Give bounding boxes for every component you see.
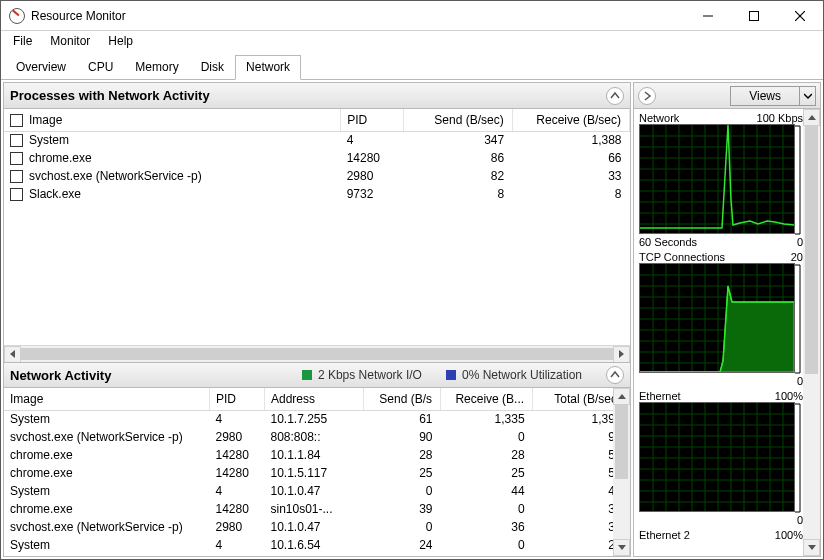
graph-tcp: TCP Connections 20 [634,248,820,387]
graph-canvas-network [639,124,795,234]
tab-network[interactable]: Network [235,55,301,80]
right-pane: Views Network 100 Kbps [633,82,821,557]
graph-max: 100% [775,529,803,541]
section-title: Processes with Network Activity [10,88,210,103]
menu-help[interactable]: Help [100,33,141,49]
network-activity-table-container[interactable]: Image PID Address Send (B/s Receive (B..… [4,388,630,556]
window-title: Resource Monitor [31,9,685,23]
table-row[interactable]: chrome.exe142808666 [4,149,630,167]
graph-ethernet: Ethernet 100% [634,387,820,526]
dropdown-icon[interactable] [799,87,815,105]
table-row[interactable]: svchost.exe (NetworkService -p)2980808:8… [4,428,630,446]
graph-title: TCP Connections [639,251,725,263]
legend-swatch-util [446,370,456,380]
table-row[interactable]: svchost.exe (NetworkService -p)298010.1.… [4,518,630,536]
col-address[interactable]: Address [264,388,363,410]
maximize-button[interactable] [731,1,777,30]
graph-xaxis: 60 Seconds [639,236,697,248]
v-scrollbar[interactable] [613,388,630,556]
menu-monitor[interactable]: Monitor [42,33,98,49]
checkbox[interactable] [10,170,23,183]
app-icon [9,8,25,24]
table-row[interactable]: System43471,388 [4,131,630,149]
v-scrollbar[interactable] [803,109,820,556]
section-header-processes[interactable]: Processes with Network Activity [4,83,630,109]
table-row[interactable]: Slack.exe973288 [4,185,630,203]
menu-file[interactable]: File [5,33,40,49]
collapse-side-icon[interactable] [638,87,656,105]
graph-network: Network 100 Kbps [634,109,820,248]
minimize-button[interactable] [685,1,731,30]
graph-canvas-tcp [639,263,795,373]
scroll-up-button[interactable] [613,388,630,405]
scroll-left-button[interactable] [4,346,21,363]
scroll-down-button[interactable] [613,539,630,556]
tab-strip: Overview CPU Memory Disk Network [1,51,823,80]
h-scrollbar[interactable] [4,345,630,362]
views-button[interactable]: Views [730,86,816,106]
close-button[interactable] [777,1,823,30]
checkbox[interactable] [10,152,23,165]
graph-title: Ethernet 2 [639,529,690,541]
tab-overview[interactable]: Overview [5,55,77,80]
graph-canvas-ethernet [639,402,795,512]
scroll-down-button[interactable] [803,539,820,556]
checkbox[interactable] [10,188,23,201]
legend-util: 0% Network Utilization [446,368,582,382]
graph-ethernet-2: Ethernet 2 100% [634,526,820,541]
col-recv[interactable]: Receive (B... [441,388,533,410]
checkbox[interactable] [10,134,23,147]
scroll-up-button[interactable] [803,109,820,126]
svg-marker-44 [640,286,794,372]
col-image[interactable]: Image [4,388,209,410]
section-header-network-activity[interactable]: Network Activity 2 Kbps Network I/O 0% N… [4,362,630,388]
network-activity-table: Image PID Address Send (B/s Receive (B..… [4,388,630,554]
processes-table-container[interactable]: Image PID Send (B/sec) Receive (B/sec) S… [4,109,630,345]
graph-max: 20 [791,251,803,263]
legend-swatch-io [302,370,312,380]
table-header-row: Image PID Address Send (B/s Receive (B..… [4,388,630,410]
table-row[interactable]: chrome.exe14280sin10s01-...39039 [4,500,630,518]
svg-rect-1 [750,11,759,20]
scroll-right-button[interactable] [613,346,630,363]
table-row[interactable]: chrome.exe1428010.1.5.117252550 [4,464,630,482]
title-bar[interactable]: Resource Monitor [1,1,823,31]
right-pane-header: Views [634,83,820,109]
graph-max: 100 Kbps [757,112,803,124]
collapse-icon[interactable] [606,87,624,105]
col-image[interactable]: Image [4,109,341,131]
graph-title: Ethernet [639,390,681,402]
graph-title: Network [639,112,679,124]
menu-bar: File Monitor Help [1,31,823,51]
graph-max: 100% [775,390,803,402]
resource-monitor-window: Resource Monitor File Monitor Help Overv… [0,0,824,560]
section-title: Network Activity [10,368,111,383]
table-row[interactable]: System410.1.0.4704444 [4,482,630,500]
col-pid[interactable]: PID [341,109,404,131]
table-row[interactable]: chrome.exe1428010.1.1.84282856 [4,446,630,464]
collapse-icon[interactable] [606,366,624,384]
tab-disk[interactable]: Disk [190,55,235,80]
col-send[interactable]: Send (B/sec) [404,109,513,131]
col-send[interactable]: Send (B/s [364,388,441,410]
legend-io: 2 Kbps Network I/O [302,368,422,382]
checkbox-all[interactable] [10,114,23,127]
col-recv[interactable]: Receive (B/sec) [512,109,629,131]
table-row[interactable]: System410.1.7.255611,3351,396 [4,410,630,428]
tab-memory[interactable]: Memory [124,55,189,80]
table-row[interactable]: svchost.exe (NetworkService -p)29808233 [4,167,630,185]
tab-cpu[interactable]: CPU [77,55,124,80]
table-header-row: Image PID Send (B/sec) Receive (B/sec) [4,109,630,131]
table-row[interactable]: System410.1.6.5424024 [4,536,630,554]
col-pid[interactable]: PID [209,388,264,410]
left-pane: Processes with Network Activity Image PI… [3,82,631,557]
processes-table: Image PID Send (B/sec) Receive (B/sec) S… [4,109,630,203]
